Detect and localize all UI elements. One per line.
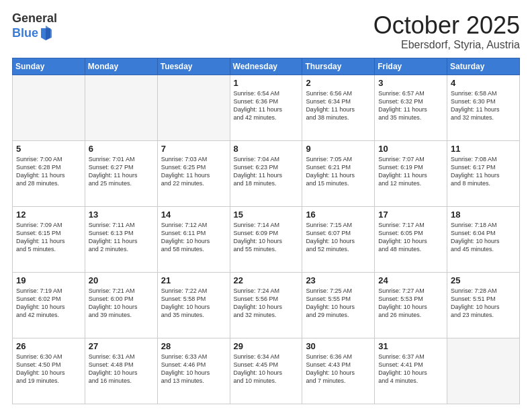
day-number: 28 — [161, 341, 226, 351]
day-cell: 31Sunrise: 6:37 AM Sunset: 4:41 PM Dayli… — [375, 338, 447, 404]
logo-text: General Blue — [12, 12, 57, 42]
day-number: 31 — [378, 341, 443, 351]
day-info: Sunrise: 6:37 AM Sunset: 4:41 PM Dayligh… — [378, 353, 443, 385]
day-number: 1 — [234, 78, 299, 88]
day-info: Sunrise: 7:19 AM Sunset: 6:02 PM Dayligh… — [16, 287, 81, 320]
day-number: 23 — [306, 275, 371, 285]
day-cell: 11Sunrise: 7:08 AM Sunset: 6:17 PM Dayli… — [447, 140, 520, 206]
day-number: 17 — [378, 210, 443, 220]
day-number: 13 — [89, 210, 154, 220]
day-number: 5 — [16, 144, 81, 154]
day-cell: 2Sunrise: 6:56 AM Sunset: 6:34 PM Daylig… — [302, 75, 375, 140]
day-number: 7 — [161, 144, 226, 154]
day-info: Sunrise: 7:09 AM Sunset: 6:15 PM Dayligh… — [16, 221, 81, 254]
day-number: 11 — [451, 144, 516, 154]
day-info: Sunrise: 6:54 AM Sunset: 6:36 PM Dayligh… — [234, 89, 299, 122]
day-number: 9 — [306, 144, 371, 154]
day-number: 8 — [234, 144, 299, 154]
day-info: Sunrise: 6:31 AM Sunset: 4:48 PM Dayligh… — [89, 353, 154, 385]
day-info: Sunrise: 7:21 AM Sunset: 6:00 PM Dayligh… — [89, 287, 154, 320]
day-info: Sunrise: 7:18 AM Sunset: 6:04 PM Dayligh… — [451, 221, 516, 254]
day-number: 24 — [378, 275, 443, 285]
week-row-1: 1Sunrise: 6:54 AM Sunset: 6:36 PM Daylig… — [13, 75, 520, 140]
day-cell: 30Sunrise: 6:36 AM Sunset: 4:43 PM Dayli… — [302, 338, 375, 404]
day-number: 19 — [16, 275, 81, 285]
day-info: Sunrise: 7:22 AM Sunset: 5:58 PM Dayligh… — [161, 287, 226, 320]
logo-general: General — [12, 12, 57, 26]
day-info: Sunrise: 6:58 AM Sunset: 6:30 PM Dayligh… — [451, 89, 516, 122]
th-wednesday: Wednesday — [230, 58, 302, 75]
day-number: 21 — [161, 275, 226, 285]
day-number: 6 — [89, 144, 154, 154]
day-info: Sunrise: 6:34 AM Sunset: 4:45 PM Dayligh… — [234, 353, 299, 385]
th-thursday: Thursday — [302, 58, 375, 75]
th-monday: Monday — [85, 58, 157, 75]
month-title: October 2025 — [373, 12, 520, 39]
day-cell — [85, 75, 157, 140]
day-number: 30 — [306, 341, 371, 351]
day-cell: 1Sunrise: 6:54 AM Sunset: 6:36 PM Daylig… — [230, 75, 302, 140]
day-info: Sunrise: 7:17 AM Sunset: 6:05 PM Dayligh… — [378, 221, 443, 254]
day-cell: 9Sunrise: 7:05 AM Sunset: 6:21 PM Daylig… — [302, 140, 375, 206]
week-row-2: 5Sunrise: 7:00 AM Sunset: 6:28 PM Daylig… — [13, 140, 520, 206]
day-info: Sunrise: 7:14 AM Sunset: 6:09 PM Dayligh… — [234, 221, 299, 254]
day-cell: 4Sunrise: 6:58 AM Sunset: 6:30 PM Daylig… — [447, 75, 520, 140]
day-cell — [157, 75, 230, 140]
day-cell: 5Sunrise: 7:00 AM Sunset: 6:28 PM Daylig… — [13, 140, 85, 206]
day-info: Sunrise: 7:00 AM Sunset: 6:28 PM Dayligh… — [16, 155, 81, 188]
day-info: Sunrise: 7:07 AM Sunset: 6:19 PM Dayligh… — [378, 155, 443, 188]
day-number: 14 — [161, 210, 226, 220]
th-saturday: Saturday — [447, 58, 520, 75]
title-block: October 2025 Ebersdorf, Styria, Austria — [373, 12, 520, 51]
day-info: Sunrise: 7:24 AM Sunset: 5:56 PM Dayligh… — [234, 287, 299, 320]
day-cell: 14Sunrise: 7:12 AM Sunset: 6:11 PM Dayli… — [157, 206, 230, 272]
day-cell: 10Sunrise: 7:07 AM Sunset: 6:19 PM Dayli… — [375, 140, 447, 206]
day-number: 29 — [234, 341, 299, 351]
calendar: Sunday Monday Tuesday Wednesday Thursday… — [12, 58, 520, 404]
day-cell: 18Sunrise: 7:18 AM Sunset: 6:04 PM Dayli… — [447, 206, 520, 272]
day-cell — [447, 338, 520, 404]
day-number: 4 — [451, 78, 516, 88]
week-row-3: 12Sunrise: 7:09 AM Sunset: 6:15 PM Dayli… — [13, 206, 520, 272]
day-number: 25 — [451, 275, 516, 285]
day-info: Sunrise: 7:12 AM Sunset: 6:11 PM Dayligh… — [161, 221, 226, 254]
day-info: Sunrise: 7:03 AM Sunset: 6:25 PM Dayligh… — [161, 155, 226, 188]
day-info: Sunrise: 7:04 AM Sunset: 6:23 PM Dayligh… — [234, 155, 299, 188]
day-info: Sunrise: 7:08 AM Sunset: 6:17 PM Dayligh… — [451, 155, 516, 188]
day-number: 26 — [16, 341, 81, 351]
calendar-body: 1Sunrise: 6:54 AM Sunset: 6:36 PM Daylig… — [13, 75, 520, 404]
day-cell: 21Sunrise: 7:22 AM Sunset: 5:58 PM Dayli… — [157, 272, 230, 338]
day-cell: 15Sunrise: 7:14 AM Sunset: 6:09 PM Dayli… — [230, 206, 302, 272]
th-friday: Friday — [375, 58, 447, 75]
day-cell: 8Sunrise: 7:04 AM Sunset: 6:23 PM Daylig… — [230, 140, 302, 206]
day-info: Sunrise: 6:33 AM Sunset: 4:46 PM Dayligh… — [161, 353, 226, 385]
day-cell: 23Sunrise: 7:25 AM Sunset: 5:55 PM Dayli… — [302, 272, 375, 338]
day-info: Sunrise: 7:01 AM Sunset: 6:27 PM Dayligh… — [89, 155, 154, 188]
day-info: Sunrise: 6:36 AM Sunset: 4:43 PM Dayligh… — [306, 353, 371, 385]
weekday-header-row: Sunday Monday Tuesday Wednesday Thursday… — [13, 58, 520, 75]
day-info: Sunrise: 6:56 AM Sunset: 6:34 PM Dayligh… — [306, 89, 371, 122]
day-cell: 22Sunrise: 7:24 AM Sunset: 5:56 PM Dayli… — [230, 272, 302, 338]
day-cell: 27Sunrise: 6:31 AM Sunset: 4:48 PM Dayli… — [85, 338, 157, 404]
day-info: Sunrise: 7:28 AM Sunset: 5:51 PM Dayligh… — [451, 287, 516, 320]
day-info: Sunrise: 6:57 AM Sunset: 6:32 PM Dayligh… — [378, 89, 443, 122]
day-cell: 12Sunrise: 7:09 AM Sunset: 6:15 PM Dayli… — [13, 206, 85, 272]
day-info: Sunrise: 7:25 AM Sunset: 5:55 PM Dayligh… — [306, 287, 371, 320]
day-cell: 3Sunrise: 6:57 AM Sunset: 6:32 PM Daylig… — [375, 75, 447, 140]
day-number: 18 — [451, 210, 516, 220]
day-cell: 16Sunrise: 7:15 AM Sunset: 6:07 PM Dayli… — [302, 206, 375, 272]
day-info: Sunrise: 7:05 AM Sunset: 6:21 PM Dayligh… — [306, 155, 371, 188]
header: General Blue October 2025 Ebersdorf, Sty… — [12, 12, 520, 51]
th-sunday: Sunday — [13, 58, 85, 75]
day-number: 27 — [89, 341, 154, 351]
day-cell: 25Sunrise: 7:28 AM Sunset: 5:51 PM Dayli… — [447, 272, 520, 338]
day-number: 3 — [378, 78, 443, 88]
day-cell: 28Sunrise: 6:33 AM Sunset: 4:46 PM Dayli… — [157, 338, 230, 404]
day-info: Sunrise: 7:27 AM Sunset: 5:53 PM Dayligh… — [378, 287, 443, 320]
day-cell: 13Sunrise: 7:11 AM Sunset: 6:13 PM Dayli… — [85, 206, 157, 272]
day-cell: 7Sunrise: 7:03 AM Sunset: 6:25 PM Daylig… — [157, 140, 230, 206]
day-cell — [13, 75, 85, 140]
day-number: 10 — [378, 144, 443, 154]
svg-marker-1 — [46, 26, 52, 40]
logo: General Blue — [12, 12, 57, 42]
